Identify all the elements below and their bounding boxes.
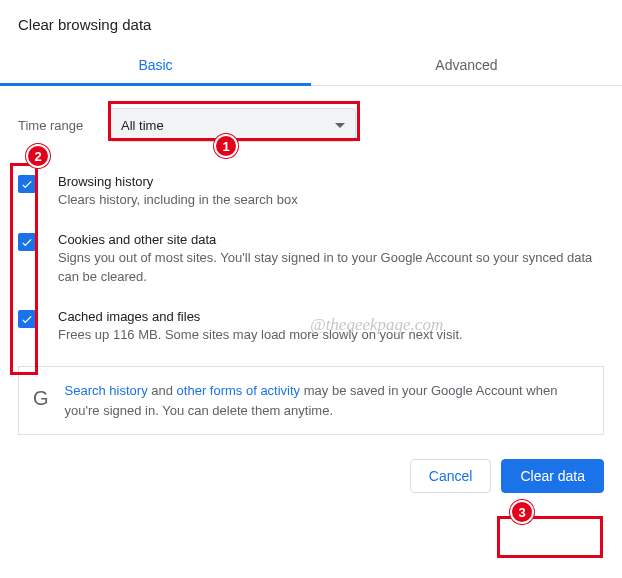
dialog-title: Clear browsing data (18, 16, 604, 33)
check-icon (20, 177, 34, 191)
option-cached: Cached images and files Frees up 116 MB.… (18, 299, 604, 357)
option-browsing-history: Browsing history Clears history, includi… (18, 164, 604, 222)
chevron-down-icon (335, 123, 345, 128)
checkbox-cached[interactable] (18, 310, 36, 328)
option-title: Cached images and files (58, 309, 463, 324)
check-icon (20, 312, 34, 326)
google-icon: G (33, 383, 49, 413)
clear-data-button[interactable]: Clear data (501, 459, 604, 493)
option-cookies: Cookies and other site data Signs you ou… (18, 222, 604, 299)
timerange-label: Time range (18, 118, 110, 133)
option-desc: Frees up 116 MB. Some sites may load mor… (58, 326, 463, 345)
option-desc: Clears history, including in the search … (58, 191, 298, 210)
timerange-select[interactable]: All time (110, 108, 356, 142)
checkbox-browsing-history[interactable] (18, 175, 36, 193)
option-desc: Signs you out of most sites. You'll stay… (58, 249, 604, 287)
option-title: Cookies and other site data (58, 232, 604, 247)
tab-basic[interactable]: Basic (0, 47, 311, 85)
check-icon (20, 235, 34, 249)
checkbox-cookies[interactable] (18, 233, 36, 251)
annotation-highlight-3 (497, 516, 603, 558)
link-search-history[interactable]: Search history (65, 383, 148, 398)
info-box: G Search history and other forms of acti… (18, 366, 604, 435)
tabs: Basic Advanced (0, 47, 622, 86)
tab-advanced[interactable]: Advanced (311, 47, 622, 85)
info-text: Search history and other forms of activi… (65, 381, 589, 420)
info-text-mid: and (148, 383, 177, 398)
timerange-value: All time (121, 118, 164, 133)
cancel-button[interactable]: Cancel (410, 459, 492, 493)
option-title: Browsing history (58, 174, 298, 189)
link-other-activity[interactable]: other forms of activity (177, 383, 301, 398)
